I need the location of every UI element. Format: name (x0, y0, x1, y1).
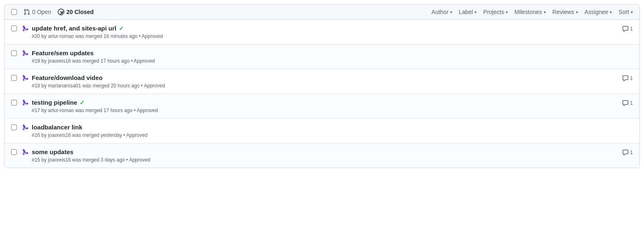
sort-chevron-icon: ▾ (631, 10, 633, 14)
pr-merged-icon (22, 75, 28, 83)
pr-content: some updates #15 by joaoreis16 was merge… (32, 148, 616, 163)
pr-merged-icon (22, 50, 28, 58)
open-status[interactable]: 0 Open (24, 9, 51, 15)
projects-chevron-icon: ▾ (506, 10, 508, 14)
pr-right: 1 (616, 74, 633, 82)
pr-checkbox[interactable] (11, 149, 17, 155)
pr-checkbox[interactable] (11, 124, 17, 130)
milestones-filter-btn[interactable]: Milestones ▾ (514, 9, 546, 15)
comment-bubble-icon (622, 75, 629, 82)
pr-title[interactable]: loadbalancer link (32, 124, 83, 131)
pr-checkbox-wrap[interactable] (11, 49, 17, 56)
pr-checkbox-wrap[interactable] (11, 99, 17, 106)
assignee-chevron-icon: ▾ (610, 10, 612, 14)
pr-merged-icon (22, 149, 28, 157)
pr-open-icon (24, 9, 30, 15)
pr-merged-icon (22, 25, 28, 33)
pr-title[interactable]: update href, and sites-api url (32, 25, 116, 32)
pr-closed-icon (58, 9, 64, 15)
pr-right: 1 (616, 25, 633, 32)
comment-number: 1 (630, 26, 633, 32)
pr-right (626, 49, 633, 50)
pr-title-line: testing pipeline ✓ (32, 99, 616, 106)
pr-merged-icon (22, 99, 28, 108)
milestones-chevron-icon: ▾ (544, 10, 546, 14)
pr-title[interactable]: Feature/sem updates (32, 49, 94, 56)
comment-bubble-icon (622, 100, 629, 106)
pr-title-line: Feature/download video (32, 74, 616, 81)
pr-checkbox-wrap[interactable] (11, 124, 17, 130)
pr-checkbox-wrap[interactable] (11, 74, 17, 81)
select-all-checkbox[interactable] (11, 9, 17, 15)
comment-count[interactable]: 1 (622, 75, 633, 82)
pr-right: 1 (616, 99, 633, 106)
closed-status[interactable]: 20 Closed (58, 9, 94, 15)
comment-count[interactable]: 1 (622, 26, 633, 32)
pr-meta: #16 by joaoreis16 was merged yesterday •… (32, 132, 626, 138)
pr-title[interactable]: testing pipeline (32, 99, 77, 106)
pr-checkbox-wrap[interactable] (11, 25, 17, 31)
label-chevron-icon: ▾ (474, 10, 477, 14)
author-chevron-icon: ▾ (450, 10, 452, 14)
pr-content: update href, and sites-api url ✓ #20 by … (32, 25, 616, 39)
pr-right: 1 (616, 148, 633, 156)
table-row: Feature/sem updates #19 by joaoreis16 wa… (5, 45, 639, 69)
reviews-filter-btn[interactable]: Reviews ▾ (552, 9, 578, 15)
pr-title-line: Feature/sem updates (32, 49, 626, 56)
check-passed-icon: ✓ (80, 99, 85, 106)
toolbar: 0 Open 20 Closed Author ▾ Label ▾ Pr (5, 5, 639, 20)
open-count: 0 Open (32, 9, 51, 15)
table-row: Feature/download video #18 by marianaros… (5, 69, 639, 94)
pr-checkbox[interactable] (11, 50, 17, 56)
pr-title[interactable]: Feature/download video (32, 74, 103, 81)
projects-filter-btn[interactable]: Projects ▾ (483, 9, 508, 15)
toolbar-left: 0 Open 20 Closed (11, 9, 425, 15)
pr-merged-icon (22, 124, 28, 132)
pr-meta: #19 by joaoreis16 was merged 17 hours ag… (32, 58, 626, 64)
comment-bubble-icon (622, 26, 629, 32)
pull-requests-container: 0 Open 20 Closed Author ▾ Label ▾ Pr (4, 4, 640, 168)
reviews-chevron-icon: ▾ (576, 10, 578, 14)
comment-number: 1 (630, 100, 633, 106)
pr-title-line: loadbalancer link (32, 124, 626, 131)
pr-list: update href, and sites-api url ✓ #20 by … (5, 20, 639, 168)
pr-checkbox[interactable] (11, 26, 17, 31)
pr-right (626, 124, 633, 124)
table-row: testing pipeline ✓ #17 by artur-romao wa… (5, 94, 639, 119)
assignee-filter-btn[interactable]: Assignee ▾ (585, 9, 612, 15)
comment-number: 1 (630, 75, 633, 81)
table-row: update href, and sites-api url ✓ #20 by … (5, 20, 639, 45)
pr-meta: #17 by artur-romao was merged 17 hours a… (32, 108, 616, 113)
table-row: some updates #15 by joaoreis16 was merge… (5, 143, 639, 168)
pr-checkbox-wrap[interactable] (11, 148, 17, 155)
pr-checkbox[interactable] (11, 75, 17, 81)
pr-content: loadbalancer link #16 by joaoreis16 was … (32, 124, 626, 138)
label-filter-btn[interactable]: Label ▾ (459, 9, 477, 15)
pr-meta: #20 by artur-romao was merged 16 minutes… (32, 33, 616, 39)
pr-checkbox[interactable] (11, 100, 17, 106)
table-row: loadbalancer link #16 by joaoreis16 was … (5, 119, 639, 143)
pr-content: Feature/sem updates #19 by joaoreis16 wa… (32, 49, 626, 64)
pr-meta: #18 by marianarosa01 was merged 20 hours… (32, 83, 616, 89)
pr-title[interactable]: some updates (32, 148, 73, 155)
pr-content: testing pipeline ✓ #17 by artur-romao wa… (32, 99, 616, 113)
sort-filter-btn[interactable]: Sort ▾ (618, 9, 633, 15)
check-passed-icon: ✓ (119, 25, 124, 32)
pr-title-line: update href, and sites-api url ✓ (32, 25, 616, 32)
closed-count: 20 Closed (66, 9, 94, 15)
select-all-checkbox-wrap[interactable] (11, 9, 17, 15)
comment-number: 1 (630, 150, 633, 155)
author-filter-btn[interactable]: Author ▾ (432, 9, 452, 15)
pr-content: Feature/download video #18 by marianaros… (32, 74, 616, 89)
pr-title-line: some updates (32, 148, 616, 155)
comment-bubble-icon (622, 149, 629, 156)
toolbar-right: Author ▾ Label ▾ Projects ▾ Milestones ▾… (432, 9, 633, 15)
comment-count[interactable]: 1 (622, 149, 633, 156)
status-group: 0 Open 20 Closed (24, 9, 94, 15)
comment-count[interactable]: 1 (622, 100, 633, 106)
pr-meta: #15 by joaoreis16 was merged 3 days ago … (32, 157, 616, 163)
